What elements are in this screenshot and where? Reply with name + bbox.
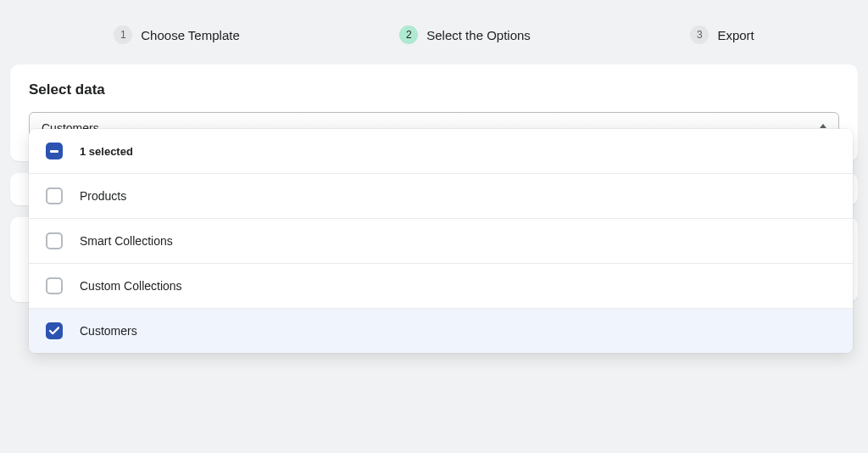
option-label: Customers [80, 324, 137, 338]
option-label: Custom Collections [80, 279, 182, 293]
option-custom-collections[interactable]: Custom Collections [29, 264, 853, 309]
select-data-card: Select data Customers 1 selected Product… [10, 64, 858, 161]
option-customers[interactable]: Customers [29, 309, 853, 353]
stepper: 1 Choose Template 2 Select the Options 3… [0, 0, 868, 64]
checkbox-icon[interactable] [46, 232, 63, 249]
option-label: Smart Collections [80, 234, 173, 248]
selection-summary: 1 selected [80, 145, 133, 158]
step-label: Export [717, 28, 754, 42]
step-number: 3 [690, 25, 709, 44]
dropdown-summary-row[interactable]: 1 selected [29, 129, 853, 174]
option-label: Products [80, 189, 126, 203]
card-title: Select data [29, 81, 839, 98]
step-select-options[interactable]: 2 Select the Options [399, 25, 531, 44]
option-smart-collections[interactable]: Smart Collections [29, 219, 853, 264]
step-export[interactable]: 3 Export [690, 25, 754, 44]
step-number: 1 [114, 25, 132, 44]
indeterminate-checkbox-icon[interactable] [46, 143, 63, 159]
checkbox-icon[interactable] [46, 187, 63, 204]
step-label: Select the Options [426, 28, 531, 42]
step-label: Choose Template [141, 28, 239, 42]
checkbox-checked-icon[interactable] [46, 322, 63, 339]
checkbox-icon[interactable] [46, 277, 63, 294]
step-number: 2 [399, 25, 418, 44]
step-choose-template[interactable]: 1 Choose Template [114, 25, 239, 44]
data-type-dropdown: 1 selected Products Smart Collections Cu… [29, 129, 853, 353]
option-products[interactable]: Products [29, 174, 853, 219]
